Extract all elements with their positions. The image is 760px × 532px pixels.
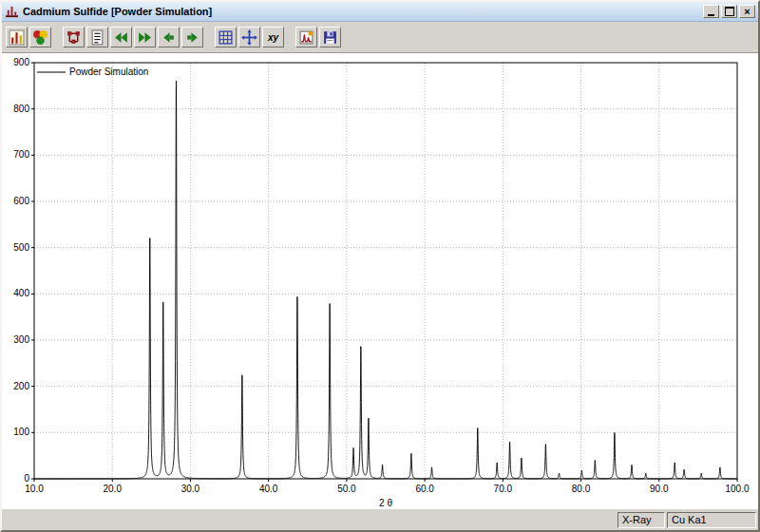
svg-text:10.0: 10.0 — [25, 484, 44, 494]
svg-text:90.0: 90.0 — [650, 484, 669, 494]
x-axis-title: 2 θ — [379, 498, 392, 508]
crystal-structure-icon — [66, 29, 82, 46]
fast-forward-button[interactable] — [134, 27, 156, 48]
data-list-button[interactable] — [86, 27, 108, 48]
svg-text:20.0: 20.0 — [103, 484, 122, 494]
status-bar: X-Ray Cu Ka1 — [2, 508, 758, 530]
fast-rewind-button[interactable] — [110, 27, 132, 48]
svg-text:200: 200 — [13, 381, 29, 391]
display-colors-icon — [32, 29, 48, 46]
crosshair-icon — [241, 29, 257, 46]
copy-pattern-icon — [298, 29, 314, 46]
window-controls: × — [703, 5, 755, 18]
maximize-button[interactable] — [721, 5, 737, 18]
svg-text:900: 900 — [13, 57, 29, 67]
save-icon — [322, 29, 338, 46]
maximize-icon — [725, 7, 734, 16]
window-title: Cadmium Sulfide [Powder Simulation] — [23, 6, 699, 17]
svg-text:100.0: 100.0 — [725, 484, 749, 494]
svg-text:80.0: 80.0 — [572, 484, 591, 494]
step-forward-button[interactable] — [181, 27, 203, 48]
chart-grid — [34, 63, 737, 479]
title-bar[interactable]: Cadmium Sulfide [Powder Simulation] × — [2, 2, 758, 22]
app-window: Cadmium Sulfide [Powder Simulation] × — [0, 0, 760, 532]
data-list-icon — [89, 29, 105, 46]
app-icon — [5, 5, 19, 19]
plot-border — [34, 63, 737, 479]
svg-text:30.0: 30.0 — [181, 484, 200, 494]
step-back-button[interactable] — [158, 27, 180, 48]
status-radiation: X-Ray — [618, 512, 665, 528]
grid-button[interactable] — [215, 27, 237, 48]
svg-text:0: 0 — [24, 473, 29, 484]
crystal-structure-button[interactable] — [63, 27, 85, 48]
xy-axes-icon: xy — [268, 32, 278, 43]
svg-text:50.0: 50.0 — [337, 484, 356, 494]
display-colors-button[interactable] — [29, 27, 51, 48]
pattern-histogram-button[interactable] — [6, 27, 28, 48]
xy-axes-button[interactable]: xy — [262, 27, 284, 48]
fast-forward-icon — [137, 29, 153, 46]
svg-text:300: 300 — [13, 334, 29, 345]
svg-text:500: 500 — [13, 242, 29, 253]
svg-text:800: 800 — [13, 104, 29, 114]
save-button[interactable] — [319, 27, 341, 48]
diffraction-pattern-line — [34, 81, 737, 479]
close-button[interactable]: × — [739, 5, 755, 18]
grid-icon — [218, 29, 234, 46]
chart-area: 010020030040050060070080090010.020.030.0… — [2, 53, 758, 508]
svg-text:100: 100 — [13, 427, 29, 437]
close-icon: × — [744, 7, 750, 17]
svg-text:400: 400 — [13, 288, 29, 298]
axis-labels: 010020030040050060070080090010.020.030.0… — [13, 57, 750, 508]
svg-text:600: 600 — [13, 196, 29, 206]
crosshair-button[interactable] — [238, 27, 260, 48]
minimize-button[interactable] — [703, 5, 719, 18]
copy-pattern-button[interactable] — [295, 27, 317, 48]
fast-rewind-icon — [113, 29, 129, 46]
step-forward-icon — [184, 29, 200, 46]
toolbar: xy — [2, 22, 758, 53]
step-back-icon — [161, 29, 177, 46]
status-wavelength: Cu Ka1 — [667, 512, 756, 528]
svg-text:700: 700 — [13, 149, 29, 160]
minimize-icon — [708, 14, 714, 16]
svg-text:70.0: 70.0 — [494, 484, 513, 494]
diffraction-chart: 010020030040050060070080090010.020.030.0… — [2, 53, 758, 508]
legend-label: Powder Simulation — [69, 66, 148, 77]
svg-text:40.0: 40.0 — [259, 484, 278, 494]
pattern-histogram-icon — [9, 29, 25, 46]
svg-text:60.0: 60.0 — [415, 484, 434, 494]
legend: Powder Simulation — [37, 66, 148, 77]
